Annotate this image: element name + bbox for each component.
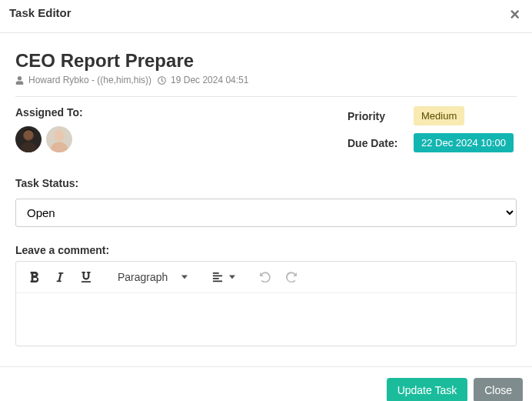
align-dropdown[interactable]	[206, 265, 241, 289]
task-title: CEO Report Prepare	[15, 50, 517, 72]
redo-button[interactable]	[278, 265, 304, 289]
assign-priority-row: Assigned To: Priority Medium Due Date:	[15, 106, 517, 160]
divider	[15, 96, 517, 97]
comment-textarea[interactable]	[16, 293, 516, 346]
priority-label: Priority	[347, 110, 403, 122]
modal-title: Task Editor	[9, 6, 71, 19]
paragraph-dropdown[interactable]: Paragraph	[110, 265, 195, 289]
close-icon[interactable]: ×	[507, 6, 523, 23]
chevron-down-icon	[181, 274, 188, 280]
undo-button[interactable]	[252, 265, 278, 289]
clock-icon	[158, 76, 166, 85]
task-editor-modal: Task Editor × CEO Report Prepare Howard …	[0, 0, 532, 401]
italic-button[interactable]	[47, 265, 73, 289]
editor-toolbar: Paragraph	[16, 262, 516, 293]
align-left-icon	[212, 272, 223, 282]
task-status-label: Task Status:	[15, 177, 517, 189]
update-task-button[interactable]: Update Task	[387, 378, 468, 401]
due-date-label: Due Date:	[347, 137, 403, 149]
bold-button[interactable]	[21, 265, 47, 289]
priority-badge: Medium	[414, 106, 464, 125]
user-icon	[15, 76, 24, 85]
assignee-avatars	[15, 126, 347, 152]
modal-footer: Update Task Close	[0, 366, 532, 401]
close-button[interactable]: Close	[474, 378, 523, 401]
svg-point-2	[24, 130, 33, 139]
comment-label: Leave a comment:	[15, 244, 517, 256]
avatar[interactable]	[15, 126, 42, 152]
task-meta: Howard Rybko - ((he,him,his)) 19 Dec 202…	[15, 75, 517, 85]
underline-button[interactable]	[73, 265, 99, 289]
modal-body: CEO Report Prepare Howard Rybko - ((he,h…	[0, 33, 532, 346]
comment-editor: Paragraph	[15, 261, 517, 346]
svg-point-5	[55, 129, 63, 137]
svg-point-1	[21, 142, 36, 152]
task-created-at: 19 Dec 2024 04:51	[171, 75, 248, 85]
svg-point-4	[51, 142, 68, 152]
assigned-to-label: Assigned To:	[15, 106, 347, 119]
due-date-badge: 22 Dec 2024 10:00	[414, 133, 514, 152]
chevron-down-icon	[229, 274, 235, 280]
status-section: Task Status: Open	[15, 177, 517, 227]
task-status-select[interactable]: Open	[15, 199, 517, 227]
paragraph-label: Paragraph	[118, 271, 168, 283]
modal-header: Task Editor ×	[0, 0, 532, 33]
avatar[interactable]	[46, 126, 72, 152]
comment-section: Leave a comment: Paragraph	[15, 244, 517, 346]
task-author: Howard Rybko - ((he,him,his))	[28, 75, 151, 85]
